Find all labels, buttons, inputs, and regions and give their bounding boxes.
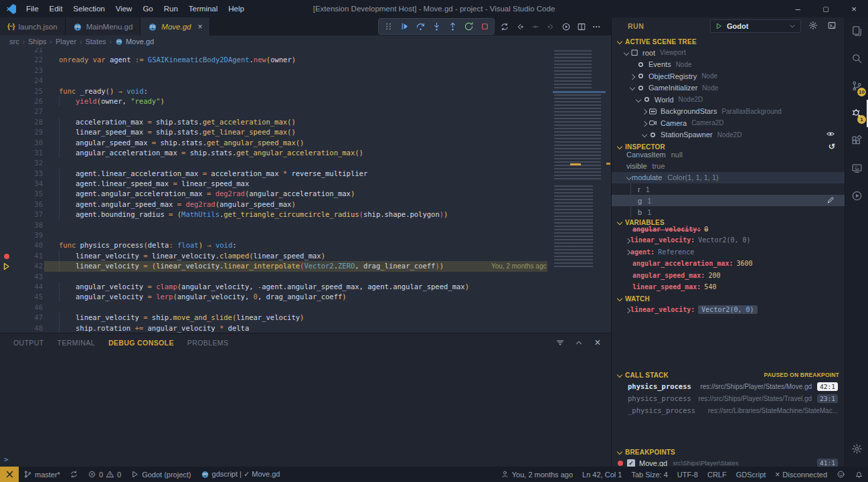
menu-view[interactable]: View <box>110 0 138 17</box>
inspector-row-g[interactable]: g1 <box>612 195 845 206</box>
nav-back-button[interactable] <box>512 19 527 34</box>
status-godot-launch[interactable]: Godot (project) <box>126 467 195 482</box>
nav-position-button[interactable] <box>527 19 543 34</box>
close-tab-icon[interactable]: × <box>197 22 202 31</box>
tab-move-gd[interactable]: Move.gd× <box>141 17 210 35</box>
stack-frame-2[interactable]: _physics_processres://src/Libraries/Stat… <box>612 404 845 416</box>
minimize-button[interactable]: – <box>784 0 812 17</box>
inspector-row-r[interactable]: r1 <box>612 183 845 195</box>
scene-tree-item-camera[interactable]: CameraCamera2D <box>612 117 845 129</box>
filter-button[interactable] <box>553 336 567 349</box>
watch-row-linear_velocity[interactable]: linear_velocity:Vector2(0, 0) <box>612 304 845 316</box>
close-button[interactable]: × <box>840 0 868 17</box>
status-sync-status[interactable] <box>65 467 83 482</box>
activity-manage[interactable] <box>845 435 868 463</box>
gutter-glyph-margin[interactable] <box>0 86 13 96</box>
gutter-glyph-margin[interactable] <box>0 210 13 220</box>
tab-launch-json[interactable]: {··}launch.json <box>0 17 66 35</box>
scene-tree-item-gameinitializer[interactable]: GameInitializerNode <box>612 82 845 94</box>
status-problems-status[interactable]: 00 <box>83 467 126 482</box>
stack-frame-0[interactable]: physics_processres://src/Ships/Player/St… <box>612 380 845 392</box>
stack-frame-1[interactable]: physics_processres://src/Ships/Player/St… <box>612 392 845 404</box>
open-debug-console-button[interactable] <box>827 21 837 33</box>
close-panel-button[interactable]: × <box>591 336 604 349</box>
gutter-glyph-margin[interactable] <box>0 55 13 65</box>
inspector-row-visible[interactable]: visibletrue <box>612 160 845 171</box>
step-out-button[interactable] <box>444 19 460 34</box>
gutter-glyph-margin[interactable] <box>0 138 13 148</box>
scene-tree-item-objectregistry[interactable]: ObjectRegistryNode <box>612 70 845 82</box>
gutter-glyph-margin[interactable] <box>0 127 13 137</box>
activity-remote-explorer[interactable] <box>845 155 868 182</box>
more-button[interactable]: ··· <box>589 19 604 34</box>
variable-row-linear_velocity[interactable]: linear_velocity:Vector2(0, 0) <box>612 234 845 246</box>
breadcrumb-item[interactable]: Player <box>56 37 76 46</box>
gutter-glyph-margin[interactable] <box>0 66 13 76</box>
status-connection-status[interactable]: ×Disconnected <box>770 467 832 482</box>
launch-config-dropdown[interactable]: Godot <box>710 19 801 33</box>
split-editor-button[interactable] <box>574 19 589 34</box>
edit-value-pencil-button[interactable] <box>827 195 835 206</box>
menu-go[interactable]: Go <box>137 0 158 17</box>
panel-tab-output[interactable]: OUTPUT <box>13 339 44 347</box>
variable-row-agent[interactable]: agent:Reference <box>612 246 845 258</box>
maximize-button[interactable]: ▢ <box>812 0 840 17</box>
gutter-glyph-margin[interactable] <box>0 48 13 55</box>
continue-button[interactable] <box>396 19 412 34</box>
section-header-watch[interactable]: WATCH <box>612 293 845 304</box>
breakpoint-checkbox[interactable]: ✓ <box>627 459 635 467</box>
variable-row-angular_acceleration_max[interactable]: angular_acceleration_max:3600 <box>612 258 845 270</box>
step-over-button[interactable] <box>412 19 428 34</box>
inspector-row-canvasitem[interactable]: CanvasItemnull <box>612 149 845 160</box>
status-git-blame[interactable]: You, 2 months ago <box>496 467 578 482</box>
status-encoding[interactable]: UTF-8 <box>673 467 703 482</box>
gutter-glyph-margin[interactable] <box>0 230 13 240</box>
gutter-glyph-margin[interactable] <box>0 313 13 323</box>
gutter-glyph-margin[interactable] <box>0 272 13 282</box>
activity-extensions[interactable] <box>845 127 868 155</box>
breadcrumb-item[interactable]: States <box>85 37 106 46</box>
activity-run-and-debug[interactable]: 1 <box>845 100 868 127</box>
tab-mainmenu-gd[interactable]: MainMenu.gd <box>66 17 141 35</box>
menu-help[interactable]: Help <box>223 0 250 17</box>
status-branch-status[interactable]: master* <box>19 467 65 482</box>
debug-console-prompt[interactable]: > <box>4 455 9 464</box>
menu-selection[interactable]: Selection <box>68 0 110 17</box>
gutter-glyph-margin[interactable] <box>0 96 13 106</box>
inspect-node-eye-button[interactable] <box>826 129 835 140</box>
gutter-glyph-margin[interactable] <box>0 261 13 271</box>
scene-tree-item-stationspawner[interactable]: StationSpawnerNode2D <box>612 129 845 141</box>
status-indentation[interactable]: Tab Size: 4 <box>626 467 672 482</box>
minimap[interactable] <box>553 48 606 278</box>
variable-row-angular_speed_max[interactable]: angular_speed_max:200 <box>612 270 845 282</box>
breakpoint-row-move-gd[interactable]: ✓Move.gdsrc\Ships\Player\States41:1 <box>612 457 845 467</box>
scene-tree-item-backgroundstars[interactable]: BackgroundStarsParallaxBackground <box>612 106 845 118</box>
variable-row-clipped[interactable]: angular_velocity:0 <box>612 226 845 233</box>
menu-file[interactable]: File <box>21 0 44 17</box>
variable-row-linear_speed_max[interactable]: linear_speed_max:540 <box>612 281 845 293</box>
menu-run[interactable]: Run <box>159 0 183 17</box>
panel-tab-problems[interactable]: PROBLEMS <box>187 339 229 347</box>
menu-edit[interactable]: Edit <box>44 0 68 17</box>
remote-indicator[interactable] <box>0 467 19 482</box>
menu-terminal[interactable]: Terminal <box>183 0 223 17</box>
gutter-glyph-margin[interactable] <box>0 323 13 333</box>
activity-godot-tools[interactable] <box>845 182 868 210</box>
gutter-glyph-margin[interactable] <box>0 148 13 158</box>
nav-forward-button[interactable] <box>543 19 558 34</box>
status-eol[interactable]: CRLF <box>703 467 731 482</box>
scene-tree-item-events[interactable]: EventsNode <box>612 59 845 71</box>
activity-search[interactable] <box>845 45 868 72</box>
scene-tree-item-root[interactable]: rootViewport <box>612 47 845 59</box>
gutter-glyph-margin[interactable] <box>0 292 13 302</box>
breadcrumb-item[interactable]: Ships <box>28 37 47 46</box>
run-or-debug-button[interactable] <box>558 19 574 34</box>
restart-button[interactable] <box>460 19 476 34</box>
status-godot-language-status[interactable]: gdscript | ✓ Move.gd <box>196 467 285 482</box>
section-header-breakpoints[interactable]: BREAKPOINTS <box>612 447 845 457</box>
section-header-active-scene-tree[interactable]: ACTIVE SCENE TREE <box>612 36 845 47</box>
gutter-glyph-margin[interactable] <box>0 220 13 230</box>
status-cursor-position[interactable]: Ln 42, Col 1 <box>578 467 626 482</box>
gutter-glyph-margin[interactable] <box>0 169 13 179</box>
gutter-glyph-margin[interactable] <box>0 303 13 313</box>
